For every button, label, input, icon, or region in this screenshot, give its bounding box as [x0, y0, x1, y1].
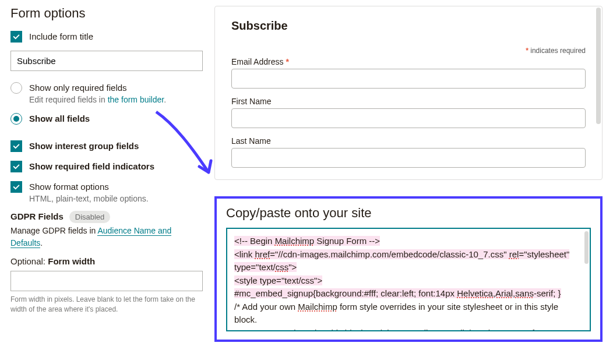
- show-required-radio[interactable]: [10, 82, 22, 94]
- first-name-input[interactable]: [231, 108, 586, 128]
- panel-heading: Form options: [10, 6, 203, 21]
- show-all-radio[interactable]: [10, 113, 22, 125]
- embed-code-section: Copy/paste onto your site <!-- Begin Mai…: [214, 196, 603, 342]
- last-name-input[interactable]: [231, 148, 586, 168]
- form-width-input[interactable]: [10, 271, 203, 291]
- first-name-label: First Name: [231, 97, 586, 106]
- interest-groups-checkbox[interactable]: [10, 140, 22, 152]
- required-indicators-checkbox[interactable]: [10, 161, 22, 172]
- required-star-icon: *: [526, 47, 529, 55]
- last-name-label: Last Name: [231, 136, 586, 146]
- email-label: Email Address: [231, 57, 283, 66]
- form-preview: Subscribe * indicates required Email Add…: [214, 6, 603, 180]
- gdpr-badge: Disabled: [69, 211, 111, 223]
- form-options-panel: Form options Include form title Show onl…: [10, 6, 203, 342]
- interest-groups-label: Show interest group fields: [29, 140, 139, 152]
- form-title-input[interactable]: [10, 51, 203, 71]
- preview-scrollbar[interactable]: [596, 8, 601, 124]
- show-all-label: Show all fields: [29, 112, 90, 125]
- preview-title: Subscribe: [231, 19, 586, 33]
- form-builder-link[interactable]: the form builder: [108, 95, 164, 104]
- gdpr-label: GDPR Fields: [10, 211, 64, 221]
- code-scrollbar[interactable]: [584, 231, 589, 264]
- format-options-label: Show format options: [29, 181, 149, 193]
- form-width-hint: Form width in pixels. Leave blank to let…: [10, 295, 203, 314]
- format-options-sub: HTML, plain-text, mobile options.: [29, 194, 149, 203]
- include-title-checkbox[interactable]: [10, 31, 22, 43]
- embed-code-textarea[interactable]: <!-- Begin Mailchimp Signup Form --> <li…: [226, 228, 591, 331]
- format-options-checkbox[interactable]: [10, 181, 22, 193]
- show-required-label: Show only required fields: [29, 82, 166, 94]
- code-heading: Copy/paste onto your site: [226, 206, 591, 221]
- include-title-label: Include form title: [29, 30, 93, 43]
- required-indicators-label: Show required field indicators: [29, 160, 154, 172]
- email-input[interactable]: [231, 69, 586, 89]
- form-width-label: Form width: [48, 256, 95, 266]
